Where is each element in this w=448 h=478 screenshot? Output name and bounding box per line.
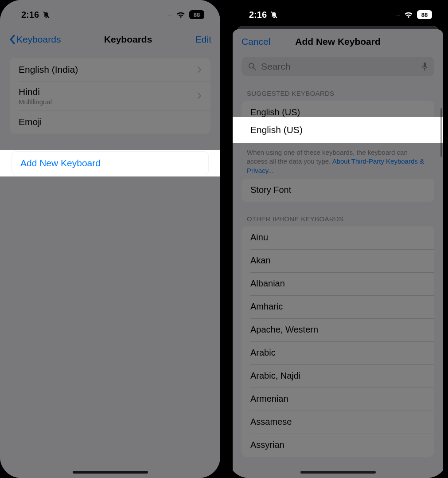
keyboard-row-emoji[interactable]: Emoji [10,110,210,134]
keyboard-name: Akan [250,255,271,266]
other-keyboard-row[interactable]: Arabic, Najdi [242,364,434,388]
chevron-right-icon [197,66,202,73]
keyboard-name: Assamese [250,417,292,427]
keyboards-settings-screen: 2:16 .... 88 Keyboards Keyboards Edit En [0,0,220,478]
edit-button[interactable]: Edit [195,34,211,45]
back-button[interactable]: Keyboards [9,34,61,45]
page-title: Keyboards [104,34,152,45]
status-bar: 2:16 .... 88 [228,4,448,26]
third-party-keyboards-group: Story Font [242,179,434,202]
other-keyboard-row[interactable]: Apache, Western [242,318,434,341]
add-keyboard-label: Add New Keyboard [20,158,101,168]
cellular-dots: .... [396,12,400,17]
keyboard-name: English (India) [19,64,78,75]
time-text: 2:16 [249,10,267,20]
keyboard-name: Ainu [250,232,268,243]
keyboard-name: Hindi [19,86,52,97]
keyboard-name: English (US) [250,107,300,118]
other-keyboard-row[interactable]: Akan [242,249,434,272]
highlighted-row: English (US) [233,117,443,143]
other-keyboard-row[interactable]: Armenian [242,388,434,411]
chevron-left-icon [9,35,16,44]
nav-bar: Keyboards Keyboards Edit [0,28,220,51]
keyboard-name: Story Font [250,185,291,195]
wifi-icon [176,11,186,18]
battery-indicator: 88 [189,10,204,19]
keyboard-name: Emoji [19,117,42,127]
keyboard-row-english-india[interactable]: English (India) [10,58,210,82]
other-keyboard-row[interactable]: Arabic [242,341,434,364]
home-indicator[interactable] [73,471,148,474]
keyboards-list: English (India) Hindi Multilingual Emoji [10,58,210,134]
keyboard-row-hindi[interactable]: Hindi Multilingual [10,82,210,110]
keyboard-name: Arabic [250,348,276,358]
keyboard-name: Amharic [250,302,283,312]
keyboard-subtitle: Multilingual [19,98,52,106]
keyboard-name: Albanian [250,278,285,289]
status-time: 2:16 [21,10,51,20]
sheet-title: Add New Keyboard [295,36,381,47]
other-keyboard-row[interactable]: Assyrian [242,434,434,457]
other-keyboards-group: Ainu Akan Albanian Amharic Apache, Weste… [242,226,434,457]
status-time: 2:16 [249,10,278,20]
keyboard-name: Armenian [250,394,288,404]
third-party-keyboard-story-font[interactable]: Story Font [242,179,434,202]
other-keyboard-row[interactable]: Ainu [242,226,434,249]
mic-icon[interactable] [421,62,428,71]
battery-indicator: 88 [417,10,432,19]
add-new-keyboard-screen: 2:16 .... 88 Cancel Add New Keyboard Sea… [228,0,448,478]
third-party-description: When using one of these keyboards, the k… [247,148,429,175]
add-keyboard-sheet: Cancel Add New Keyboard Search SUGGESTED… [233,29,443,478]
scroll-indicator[interactable] [440,108,442,157]
back-label: Keyboards [16,34,61,45]
suggested-keyboard-english-us-highlighted[interactable]: English (US) [242,117,434,143]
sheet-nav: Cancel Add New Keyboard [233,29,443,54]
notifications-silenced-icon [42,11,51,19]
status-bar: 2:16 .... 88 [0,4,220,26]
suggested-header: SUGGESTED KEYBOARDS [247,90,429,97]
search-input[interactable]: Search [242,57,434,76]
status-right: .... 88 [396,10,432,19]
keyboard-name: Apache, Western [250,325,318,335]
keyboard-name: Arabic, Najdi [250,371,300,381]
time-text: 2:16 [21,10,39,20]
svg-line-3 [253,68,256,70]
highlighted-row: Add New Keyboard [0,150,220,176]
wifi-icon [404,11,413,18]
search-icon [248,62,257,71]
other-keyboard-row[interactable]: Amharic [242,295,434,318]
notifications-silenced-icon [270,11,278,19]
cellular-dots: .... [168,12,172,17]
svg-rect-4 [424,63,426,67]
add-new-keyboard-button-highlighted[interactable]: Add New Keyboard [12,151,209,175]
other-header: OTHER IPHONE KEYBOARDS [247,215,429,223]
keyboard-name: Assyrian [250,440,284,450]
other-keyboard-row[interactable]: Albanian [242,272,434,295]
cancel-button[interactable]: Cancel [242,36,270,47]
search-placeholder: Search [261,61,417,72]
keyboard-name: English (US) [250,125,303,135]
other-keyboard-row[interactable]: Assamese [242,411,434,434]
home-indicator[interactable] [300,471,376,474]
chevron-right-icon [197,92,202,99]
status-right: .... 88 [168,10,204,19]
